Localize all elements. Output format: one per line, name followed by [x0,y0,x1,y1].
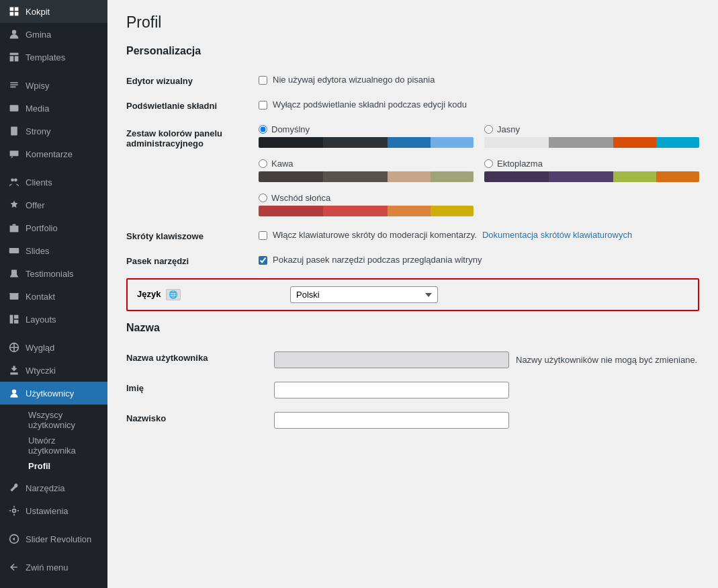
swatch [549,137,613,148]
sidebar-item-label: Strony [26,126,51,136]
sidebar-item-label: Slides [26,246,49,256]
sidebar-item-label: Wygląd [26,343,54,353]
color-scheme-jasny-label[interactable]: Jasny [484,124,699,134]
sidebar-item-label: Gmina [26,30,51,40]
color-scheme-jasny-radio[interactable] [484,125,493,134]
sidebar-item-uzytkownicy[interactable]: Użytkownicy [0,382,107,405]
sidebar-sub-create-user[interactable]: Utwórz użytkownika [23,433,107,458]
color-scheme-wschod: Wschód słońca [259,193,474,216]
color-scheme-kawa-radio[interactable] [259,159,267,168]
sidebar-item-clients[interactable]: Clients [0,171,107,194]
sidebar-item-label: Kokpit [26,7,50,17]
color-scheme-label: Zestaw kolorów panelu administracyjnego [126,118,259,223]
sidebar-collapse[interactable]: Zwiń menu [0,556,107,579]
color-scheme-domyslny-radio[interactable] [259,125,267,134]
svg-point-19 [12,389,16,393]
nazwisko-label: Nazwisko [126,405,274,435]
testimonials-icon [8,267,20,280]
sidebar-item-wyglad[interactable]: Wygląd [0,336,107,359]
color-scheme-ektoplazma-text: Ektoplazma [497,159,543,169]
community-icon [8,28,20,40]
color-scheme-ektoplazma-radio[interactable] [484,159,493,168]
sidebar-item-media[interactable]: Media [0,97,107,120]
podswietlanie-label: Podświetlanie składni [126,93,259,118]
imie-row: Imię [126,375,699,405]
swatch [323,137,388,148]
sidebar-item-templates[interactable]: Templates [0,46,107,69]
swatch [431,206,474,216]
sidebar-item-label: Templates [26,52,65,62]
color-scheme-kawa-swatches [259,171,474,182]
page-title: Profil [126,13,699,32]
edytor-wizualny-field[interactable]: Nie używaj edytora wizualnego do pisania [259,75,699,85]
language-label: Język 🌐 [137,289,285,300]
color-scheme-wschod-label[interactable]: Wschód słońca [259,193,474,203]
collapse-icon [8,561,20,573]
users-submenu: Wszyscy użytkownicy Utwórz użytkownika P… [0,405,107,476]
pasek-checkbox[interactable] [259,256,267,265]
sidebar-item-gmina[interactable]: Gmina [0,23,107,46]
svg-rect-7 [15,56,19,61]
color-scheme-ektoplazma-label[interactable]: Ektoplazma [484,159,699,169]
name-form-table: Nazwa użytkownika Nazwy użytkowników nie… [126,345,699,435]
sidebar-item-testimonials[interactable]: Testimonials [0,262,107,285]
svg-rect-5 [10,53,19,55]
podswietlanie-field[interactable]: Wyłącz podświetlanie składni podczas edy… [259,99,699,110]
sidebar-item-label: Testimonials [26,269,74,279]
swatch [431,171,474,182]
color-scheme-domyslny-text: Domyślny [271,124,310,134]
sidebar-sub-profil[interactable]: Profil [23,458,107,474]
sidebar-item-strony[interactable]: Strony [0,120,107,142]
color-scheme-domyslny-swatches [259,137,474,148]
svg-rect-13 [10,226,19,233]
sidebar-item-ustawienia[interactable]: Ustawienia [0,499,107,522]
sidebar-item-portfolio[interactable]: Portfolio [0,216,107,239]
sidebar-item-kokpit[interactable]: Kokpit [0,0,107,23]
swatch [484,171,549,182]
swatch [323,171,388,182]
nazwisko-input[interactable] [274,412,509,429]
slides-icon [8,245,20,257]
swatch [259,206,323,216]
color-scheme-kawa-label[interactable]: Kawa [259,159,474,169]
podswietlanie-checkbox[interactable] [259,101,267,110]
sidebar-item-label: Offer [26,200,45,210]
swatch [613,171,656,182]
language-select[interactable]: Polski English Deutsch Français [290,286,438,303]
color-scheme-domyslny-label[interactable]: Domyślny [259,124,474,134]
edytor-wizualny-checkbox-label: Nie używaj edytora wizualnego do pisania [273,75,435,85]
nazwa-section-title: Nazwa [126,322,699,334]
sidebar-item-offer[interactable]: Offer [0,194,107,216]
sidebar-item-wpisy[interactable]: Wpisy [0,74,107,97]
svg-rect-10 [11,127,17,136]
layouts-icon [8,313,20,325]
sidebar-item-narzedzia[interactable]: Narzędzia [0,476,107,499]
color-scheme-jasny-swatches [484,137,699,148]
pasek-checkbox-label: Pokazuj pasek narzędzi podczas przegląda… [273,255,482,265]
svg-rect-6 [10,56,14,61]
skroty-field: Włącz klawiaturowe skróty do moderacji k… [259,230,699,240]
edytor-wizualny-checkbox[interactable] [259,76,267,85]
sidebar-item-slides[interactable]: Slides [0,239,107,262]
skroty-checkbox[interactable] [259,231,267,240]
comments-icon [8,148,20,160]
color-scheme-wschod-radio[interactable] [259,194,267,202]
sidebar-sub-all-users[interactable]: Wszyscy użytkownicy [23,407,107,433]
portfolio-icon [8,222,20,234]
swatch [323,206,388,216]
sidebar-item-kontakt[interactable]: Kontakt [0,285,107,308]
sidebar-item-komentarze[interactable]: Komentarze [0,142,107,165]
sidebar-item-slider[interactable]: Slider Revolution [0,528,107,550]
sidebar-item-wtyczki[interactable]: Wtyczki [0,359,107,382]
pasek-field[interactable]: Pokazuj pasek narzędzi podczas przegląda… [259,255,699,265]
sidebar: Kokpit Gmina Templates Wpisy Media Stron… [0,0,107,588]
skroty-docs-link[interactable]: Dokumentacja skrótów klawiaturowych [482,230,632,240]
contact-icon [8,290,20,302]
sidebar-item-label: Wtyczki [26,366,56,376]
users-icon [8,387,20,399]
sidebar-item-layouts[interactable]: Layouts [0,308,107,331]
svg-rect-16 [14,315,18,319]
language-icon: 🌐 [166,289,181,300]
imie-input[interactable] [274,382,509,398]
profile-form-table: Edytor wizualny Nie używaj edytora wizua… [126,68,699,273]
